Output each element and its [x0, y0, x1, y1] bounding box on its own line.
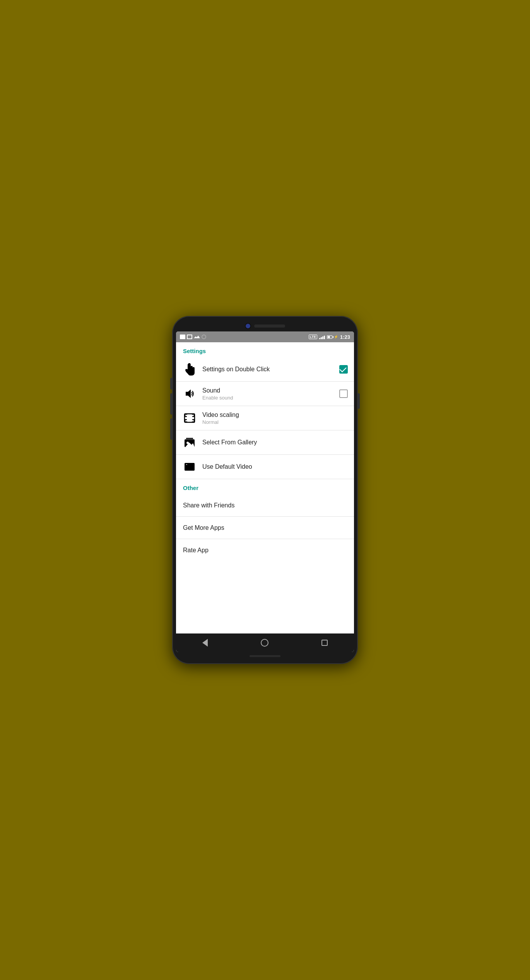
sound-icon [182, 386, 197, 401]
video-scaling-title: Video scaling [202, 411, 348, 418]
scaling-icon [182, 411, 197, 425]
video-scaling-subtitle: Normal [202, 419, 348, 425]
gallery-setting[interactable]: Select From Gallery [176, 430, 354, 455]
rate-app-title: Rate App [183, 547, 348, 554]
gallery-icon [182, 435, 197, 450]
share-text: Share with Friends [183, 502, 348, 509]
notif-icon-1 [180, 335, 185, 339]
more-apps-title: Get More Apps [183, 524, 348, 531]
clock: 1:23 [340, 334, 350, 340]
volume-up-button[interactable] [170, 393, 172, 415]
double-click-title: Settings on Double Click [202, 366, 335, 373]
touch-icon [182, 362, 197, 377]
recents-button[interactable] [318, 637, 331, 649]
phone-device: LTE ⚡ 1:23 Settings [172, 316, 358, 664]
recents-icon [321, 640, 328, 646]
volume-silent-button[interactable] [170, 378, 172, 389]
lte-icon: LTE [309, 335, 317, 339]
rate-app-item[interactable]: Rate App [176, 539, 354, 562]
svg-marker-0 [186, 389, 191, 398]
notif-icon-3 [194, 335, 200, 339]
back-button[interactable] [199, 636, 211, 650]
checkbox-checked-icon[interactable] [339, 365, 348, 374]
rate-app-text: Rate App [183, 547, 348, 554]
notif-icon-4 [202, 335, 206, 339]
other-section-header: Other [176, 479, 354, 494]
svg-rect-8 [185, 465, 188, 469]
front-camera [245, 323, 251, 329]
status-bar: LTE ⚡ 1:23 [176, 331, 354, 342]
signal-icon [319, 335, 325, 339]
checkbox-unchecked-icon[interactable] [339, 389, 348, 398]
video-icon [182, 459, 197, 474]
video-scaling-setting[interactable]: Video scaling Normal [176, 406, 354, 430]
phone-bottom-bar [250, 655, 280, 657]
svg-rect-1 [185, 414, 195, 422]
signal-bar-4 [324, 336, 325, 339]
sound-checkbox[interactable] [339, 389, 348, 398]
notif-icon-2 [187, 335, 192, 339]
settings-content: Settings Settings on Double Click [176, 342, 354, 633]
phone-screen: LTE ⚡ 1:23 Settings [176, 331, 354, 652]
default-video-text: Use Default Video [202, 463, 348, 470]
more-apps-item[interactable]: Get More Apps [176, 517, 354, 539]
share-title: Share with Friends [183, 502, 348, 509]
default-video-setting[interactable]: Use Default Video [176, 455, 354, 479]
sound-setting[interactable]: Sound Enable sound [176, 382, 354, 406]
double-click-checkbox[interactable] [339, 365, 348, 374]
phone-top-bar [176, 323, 354, 329]
earpiece-speaker [254, 324, 285, 328]
power-button[interactable] [358, 393, 360, 409]
gallery-text: Select From Gallery [202, 439, 348, 446]
sound-text: Sound Enable sound [202, 387, 335, 401]
volume-down-button[interactable] [170, 418, 172, 440]
battery-icon: ⚡ [327, 335, 338, 339]
settings-section-header: Settings [176, 342, 354, 357]
status-icons-left [180, 335, 206, 339]
signal-bar-2 [321, 337, 322, 339]
home-icon [261, 639, 268, 647]
home-button[interactable] [258, 636, 272, 650]
svg-rect-3 [186, 438, 193, 440]
back-icon [202, 639, 208, 647]
sound-subtitle: Enable sound [202, 395, 335, 401]
signal-bar-1 [319, 338, 320, 339]
share-item[interactable]: Share with Friends [176, 494, 354, 517]
status-icons-right: LTE ⚡ 1:23 [309, 334, 350, 340]
sound-title: Sound [202, 387, 335, 394]
default-video-title: Use Default Video [202, 463, 348, 470]
double-click-setting[interactable]: Settings on Double Click [176, 357, 354, 382]
more-apps-text: Get More Apps [183, 524, 348, 531]
gallery-title: Select From Gallery [202, 439, 348, 446]
other-items-list: Share with Friends Get More Apps Rate Ap… [176, 494, 354, 562]
double-click-text: Settings on Double Click [202, 366, 335, 373]
navigation-bar [176, 633, 354, 652]
signal-bar-3 [322, 336, 323, 339]
video-scaling-text: Video scaling Normal [202, 411, 348, 425]
